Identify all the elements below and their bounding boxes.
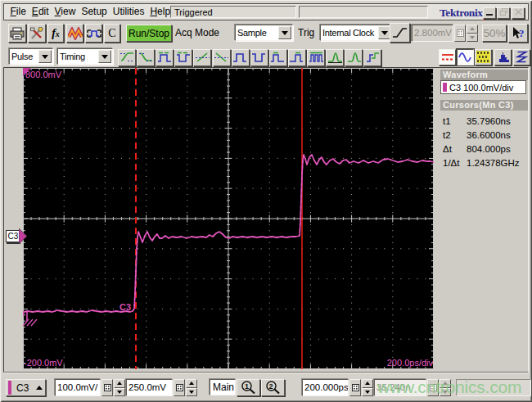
menu-utilities[interactable]: Utilities [110,4,147,20]
measure-negative-duty-button[interactable] [288,49,306,66]
readout-t1: t135.7960ns [440,116,528,128]
trigger-level-down-button [467,34,478,43]
trig-source-select[interactable]: Internal Clock [320,25,393,41]
measure-negative-pulse-button[interactable] [250,49,268,66]
measure-burst-width-button[interactable] [307,49,325,66]
set-to-50-button[interactable]: 50% [482,25,507,42]
measure-rising-edge-button[interactable] [193,49,211,66]
view-waveform-view-button[interactable] [457,49,474,65]
waveform-entry[interactable]: C3 100.0mV/div [440,80,526,94]
vertical-offset-down-button[interactable] [186,388,197,397]
close-icon [515,8,522,16]
vertical-scale-down-button[interactable] [114,388,125,397]
vertical-scale-up-button[interactable] [114,379,125,388]
chevron-down-icon [381,31,388,35]
readout-inv-delta-t: 1/Δt1.24378GHz [440,158,528,169]
measure-settling-step-button[interactable] [363,49,381,66]
dropdown-button[interactable] [278,26,291,39]
histogram-icon [496,51,510,63]
pulse-capture-button[interactable] [85,24,102,43]
burst-width-icon [309,51,324,64]
formula-icon: fx [52,27,60,40]
dropdown-button[interactable] [38,50,52,63]
menu-view[interactable]: View [52,4,79,20]
cursors-icon [440,51,454,63]
menu-help[interactable]: Help [147,4,174,20]
horizontal-scale-up-button[interactable] [362,379,373,388]
trigger-level-field: 2.800mV [412,25,453,42]
chevron-down-icon [42,55,48,59]
arrow-up-icon [117,382,122,385]
horizontal-scale-spinner: 200.000ps [302,379,373,396]
vertical-offset-field[interactable]: 250.0mV [126,379,173,396]
cursors-panel-header: Cursors(Mn C3) [440,100,528,111]
measure-rise-time-button[interactable] [118,49,136,66]
trigger-level-spinner: 2.800mV [412,25,478,42]
measure-positive-pulse-button[interactable] [232,49,250,66]
channel-color-swatch [443,83,447,92]
negative-pulse-icon [251,51,267,64]
signal-type-select[interactable]: Pulse [9,48,53,65]
readout-t2: t236.6000ns [440,130,528,142]
vertical-offset-keypad-button[interactable] [174,379,185,396]
mag1-button[interactable]: 1 [237,379,260,396]
measure-falling-edge-button[interactable] [213,49,231,66]
menu-file[interactable]: File [7,4,29,20]
dropdown-button[interactable] [98,50,111,63]
keypad-icon [176,384,183,391]
graticule [23,68,434,369]
formula-button[interactable]: fx [47,24,64,43]
measure-peak-peak-button[interactable] [345,49,363,66]
view-histogram-button[interactable] [494,49,512,65]
horizontal-scale-field[interactable]: 200.000ps [302,379,349,396]
arrow-down-icon [189,391,194,394]
magnifier-2-icon: 2 [265,381,281,395]
arrow-down-icon [470,36,475,39]
horizontal-scale-down-button[interactable] [362,388,373,397]
horizontal-scale-keypad-button[interactable] [349,379,361,396]
waveform-database-button[interactable] [66,24,83,43]
menu-bar: File Edit View Setup Utilities Help Trig… [3,3,529,20]
print-button[interactable] [8,24,26,43]
vertical-offset-up-button[interactable] [186,379,197,388]
negative-duty-icon [289,51,304,64]
measure-fall-time-button[interactable] [137,49,155,66]
menu-setup[interactable]: Setup [79,4,110,20]
restore-button[interactable] [497,7,510,19]
main-toolbar: fx C Run/Stop Acq Mode Sample T [3,20,529,46]
view-mask-test-button[interactable] [513,49,530,65]
view-cursors-button[interactable] [439,49,456,65]
mag2-button[interactable]: 2 [261,379,285,396]
acq-mode-select[interactable]: Sample [235,25,293,41]
trigger-slope-button[interactable] [390,23,410,43]
mask-test-icon [515,51,529,63]
rising-edge-icon [392,27,408,38]
arrow-down-icon [117,391,122,394]
view-eye-diagram-button[interactable] [475,49,492,65]
arrow-down-icon [365,391,370,394]
vertical-scale-keypad-button[interactable] [101,379,113,396]
close-button[interactable] [512,7,525,19]
trigger-level-keypad-button [454,25,466,42]
utilities-tools-button[interactable] [28,24,46,43]
positive-width-icon [157,51,173,64]
channel-select-button[interactable]: C3 [6,379,46,396]
restore-icon [500,8,507,16]
context-help-button[interactable]: ? [508,24,528,43]
menu-edit[interactable]: Edit [29,4,52,20]
measure-negative-width-button[interactable] [174,49,192,66]
measure-category-select[interactable]: Timing [57,48,113,65]
minimize-icon [486,8,493,16]
clear-button[interactable]: C [104,24,120,43]
channel-marker[interactable]: C3 [6,228,29,244]
keypad-icon [352,384,359,391]
positive-duty-icon [270,51,286,64]
run-stop-button[interactable]: Run/Stop [126,25,172,42]
measure-amplitude-peak-button[interactable] [326,49,344,66]
measure-positive-duty-button[interactable] [269,49,287,66]
minimize-button[interactable] [483,7,496,19]
chevron-down-icon [101,55,108,59]
vertical-scale-field[interactable]: 100.0mV/ [55,379,101,396]
magnifier-1-icon: 1 [241,381,256,395]
measure-positive-width-button[interactable] [156,49,174,66]
